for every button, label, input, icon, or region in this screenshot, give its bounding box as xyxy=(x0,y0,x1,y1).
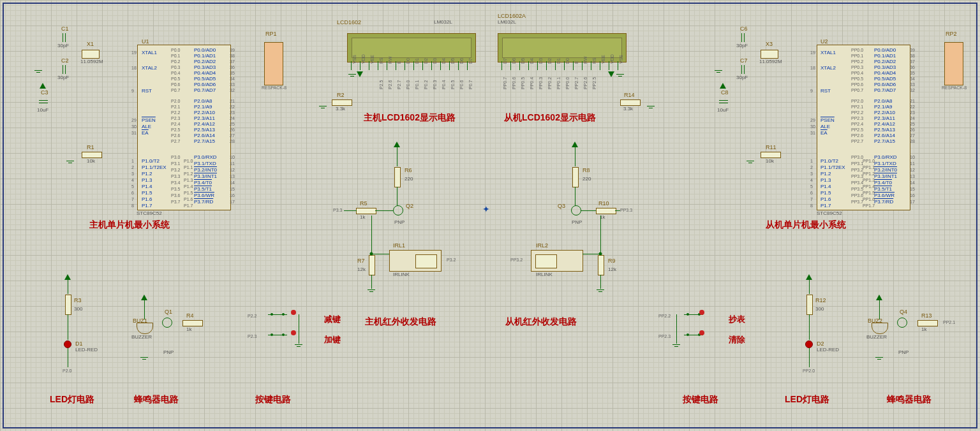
r13-ref: R13 xyxy=(921,312,932,319)
res-r2 xyxy=(332,99,352,106)
res-r6 xyxy=(394,167,401,187)
r7-ref: R7 xyxy=(357,258,365,264)
c6-ref: C6 xyxy=(740,26,748,32)
q1-val: PNP xyxy=(163,349,174,355)
q1-ref: Q1 xyxy=(165,309,172,315)
caption-mcu-left: 主机单片机最小系统 xyxy=(89,219,170,231)
lcd-right xyxy=(498,33,627,62)
caption-key-dec: 减键 xyxy=(324,314,341,325)
res-r10 xyxy=(596,208,616,214)
net-btn-pp23: PP2.3 xyxy=(658,334,671,339)
c2-ref: C2 xyxy=(61,57,69,64)
net-pp32: PP3.2 xyxy=(510,258,523,262)
gnd-irl1 xyxy=(368,289,375,292)
u1-ref: U1 xyxy=(142,38,149,45)
lcd-right-part: LM032L xyxy=(498,19,516,25)
res-r7 xyxy=(369,255,375,275)
net-btn-p22: P2.2 xyxy=(248,314,256,318)
irl2-ref: IRL2 xyxy=(536,242,548,249)
res-r12 xyxy=(806,295,813,315)
r10-ref: R10 xyxy=(598,200,609,207)
lcd-left xyxy=(347,33,476,62)
res-r5 xyxy=(356,208,376,214)
caption-ir-right: 从机红外收发电路 xyxy=(505,316,577,328)
transistor-q2 xyxy=(393,205,403,216)
vcc-r3 xyxy=(64,274,71,280)
res-r1 xyxy=(82,152,102,158)
x1-val: 11.0592M xyxy=(80,59,103,64)
vcc-c8 xyxy=(720,83,726,89)
led-d2 xyxy=(805,340,813,348)
net-btn-pp22: PP2.2 xyxy=(658,314,671,318)
caption-key-inc: 加键 xyxy=(324,334,341,346)
gnd-btn-right xyxy=(672,344,680,347)
button-read-indicator xyxy=(699,310,704,315)
rp2-ref: RP2 xyxy=(946,31,957,37)
caption-buzz-right: 蜂鸣器电路 xyxy=(887,394,932,405)
u2-ref: U2 xyxy=(820,38,828,45)
buz1-val: BUZZER xyxy=(131,334,152,340)
gnd-irl2 xyxy=(597,289,604,292)
transistor-q3 xyxy=(571,205,581,216)
gnd-r14 xyxy=(647,106,655,108)
button-inc[interactable] xyxy=(268,330,287,339)
q4-ref: Q4 xyxy=(900,309,907,315)
cap-c6 xyxy=(736,33,749,42)
lcd-left-vdd xyxy=(357,71,363,77)
q2-ref: Q2 xyxy=(406,203,413,209)
d1-val: LED-RED xyxy=(75,347,98,353)
r14-val: 3.3k xyxy=(623,106,633,112)
c1-val: 30pF xyxy=(57,43,69,48)
irlink-irl2 xyxy=(531,250,583,272)
net-p20: P2.0 xyxy=(63,369,71,373)
rp1-part: RESPACK-8 xyxy=(262,85,286,90)
r1-val: 10k xyxy=(87,158,95,164)
res-r13 xyxy=(917,320,938,326)
rp2-part: RESPACK-8 xyxy=(942,85,967,90)
gnd-osc-left xyxy=(34,70,42,73)
vcc-r12 xyxy=(806,274,812,280)
transistor-q4 xyxy=(897,318,907,328)
r13-val: 1k xyxy=(921,326,926,332)
respack-rp2 xyxy=(944,42,963,85)
r4-ref: R4 xyxy=(186,312,194,319)
button-inc-indicator xyxy=(291,330,296,335)
caption-key-read: 抄表 xyxy=(729,314,745,325)
r3-val: 300 xyxy=(74,306,82,312)
caption-led-left: LED灯电路 xyxy=(50,394,94,405)
c3-val: 10uF xyxy=(37,107,48,113)
c7-ref: C7 xyxy=(740,57,748,64)
r12-ref: R12 xyxy=(815,297,826,303)
gnd-osc-right xyxy=(715,70,722,73)
res-r11 xyxy=(761,152,781,158)
r9-val: 12k xyxy=(608,267,616,272)
button-dec[interactable] xyxy=(268,310,287,319)
caption-led-right: LED灯电路 xyxy=(785,394,829,405)
res-r8 xyxy=(572,167,579,187)
rp1-ref: RP1 xyxy=(265,31,277,37)
q3-val: PNP xyxy=(572,219,582,225)
c8-val: 10uF xyxy=(717,107,729,113)
net-p32: P3.2 xyxy=(447,258,456,262)
caption-ir-left: 主机红外收发电路 xyxy=(365,316,436,328)
r6-ref: R6 xyxy=(405,167,412,173)
r2-ref: R2 xyxy=(337,92,345,98)
gnd-r11 xyxy=(746,161,754,163)
cap-c1 xyxy=(57,33,70,42)
cap-c8 xyxy=(719,95,728,108)
net-p33: P3.3 xyxy=(333,208,342,212)
r5-ref: R5 xyxy=(360,200,368,207)
caption-lcd-left: 主机LCD1602显示电路 xyxy=(364,112,456,124)
vcc-buz2 xyxy=(876,295,882,300)
net-pp20: PP2.0 xyxy=(803,369,815,373)
r11-val: 10k xyxy=(766,158,774,164)
vcc-q2 xyxy=(394,142,400,147)
cap-c3 xyxy=(39,95,48,108)
button-dec-indicator xyxy=(291,310,296,315)
irlink-irl1 xyxy=(389,250,442,272)
res-r14 xyxy=(620,99,641,106)
x3-val: 11.0592M xyxy=(759,59,782,64)
u2-part: STC89C52 xyxy=(817,210,842,216)
r3-ref: R3 xyxy=(74,297,82,303)
caption-key-clear: 清除 xyxy=(729,334,745,346)
